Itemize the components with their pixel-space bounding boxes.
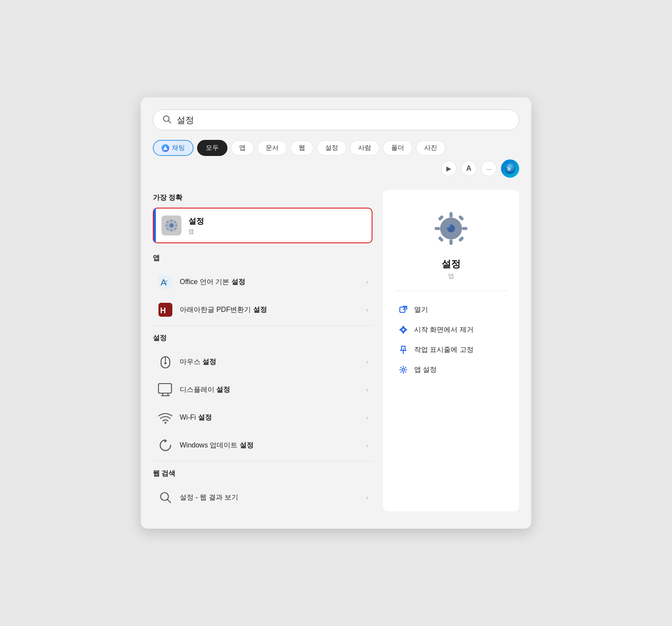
svg-point-6 — [169, 223, 174, 228]
remove-start-label: 시작 화면에서 제거 — [414, 325, 474, 335]
mouse-text: 마우스 설정 — [180, 358, 360, 367]
font-button[interactable]: A — [461, 161, 477, 176]
action-open[interactable]: 열기 — [395, 300, 507, 320]
list-item-winupdate[interactable]: Windows 업데이트 설정 › — [153, 431, 372, 459]
svg-rect-39 — [438, 236, 444, 242]
svg-rect-37 — [438, 215, 444, 221]
bing-button[interactable]: b — [501, 159, 519, 178]
best-result-label: 가장 정확 — [153, 193, 372, 202]
tab-docs[interactable]: 문서 — [257, 140, 287, 156]
tab-right-icons: ▶ A ··· b — [441, 159, 519, 178]
svg-marker-2 — [163, 146, 168, 150]
web-search-text: 설정 - 웹 결과 보기 — [180, 493, 360, 502]
svg-point-22 — [165, 362, 167, 364]
display-text: 디스플레이 설정 — [180, 385, 360, 394]
app-settings-icon — [398, 364, 409, 375]
rp-title: 설정 — [441, 258, 461, 271]
settings-gear-icon — [432, 209, 471, 250]
rp-divider — [395, 291, 507, 291]
chevron-right-icon-4: › — [366, 386, 368, 393]
list-item-hwp[interactable]: H 아래아한글 PDF변환기 설정 › — [153, 296, 372, 324]
wifi-text: Wi-Fi 설정 — [180, 413, 360, 422]
chevron-right-icon-3: › — [366, 358, 368, 365]
tab-folder[interactable]: 폴더 — [383, 140, 412, 156]
settings-app-icon — [161, 215, 181, 235]
divider-2 — [153, 461, 372, 461]
list-item-office[interactable]: A T Office 언어 기본 설정 › — [153, 268, 372, 296]
filter-tabs: 채팅 모두 앱 문서 웹 설정 사람 폴더 사진 ▶ A ··· — [153, 140, 519, 178]
settings-label: 설정 — [153, 334, 372, 343]
svg-rect-35 — [435, 227, 440, 230]
chevron-right-icon-2: › — [366, 306, 368, 313]
svg-rect-42 — [400, 307, 405, 312]
list-item-wifi[interactable]: Wi-Fi 설정 › — [153, 404, 372, 431]
chevron-right-icon: › — [366, 278, 368, 285]
settings-section: 설정 마우스 설정 › — [153, 334, 372, 459]
action-app-settings[interactable]: 앱 설정 — [395, 360, 507, 380]
pin-taskbar-label: 작업 표시줄에 고정 — [414, 345, 474, 354]
svg-marker-47 — [404, 328, 407, 331]
svg-marker-28 — [165, 439, 167, 443]
svg-text:H: H — [160, 306, 166, 315]
chat-icon — [161, 144, 169, 152]
winupdate-text: Windows 업데이트 설정 — [180, 441, 360, 450]
svg-text:b: b — [507, 166, 511, 172]
apps-label: 앱 — [153, 254, 372, 263]
pin-icon — [398, 344, 409, 355]
web-section: 웹 검색 설정 - 웹 결과 보기 › — [153, 469, 372, 511]
action-remove-start[interactable]: 시작 화면에서 제거 — [395, 320, 507, 340]
chevron-right-icon-6: › — [366, 442, 368, 449]
svg-point-27 — [165, 422, 166, 424]
svg-rect-9 — [165, 225, 168, 226]
windows-update-icon — [157, 437, 174, 454]
play-button[interactable]: ▶ — [441, 161, 457, 176]
web-search-icon — [157, 489, 174, 506]
tab-chat[interactable]: 채팅 — [153, 140, 194, 156]
list-item-display[interactable]: 디스플레이 설정 › — [153, 376, 372, 404]
svg-rect-34 — [449, 239, 452, 245]
wifi-icon — [157, 409, 174, 426]
open-label: 열기 — [414, 305, 428, 315]
search-bar — [153, 109, 519, 130]
right-panel: 설정 앱 열기 — [383, 190, 519, 511]
best-result-item[interactable]: 설정 앱 — [153, 208, 372, 243]
svg-rect-23 — [158, 384, 171, 393]
web-label: 웹 검색 — [153, 469, 372, 478]
action-pin-taskbar[interactable]: 작업 표시줄에 고정 — [395, 340, 507, 360]
remove-start-icon — [398, 324, 409, 335]
svg-rect-38 — [458, 215, 464, 221]
svg-point-41 — [447, 225, 450, 228]
svg-line-1 — [168, 121, 171, 123]
tab-settings[interactable]: 설정 — [317, 140, 346, 156]
svg-rect-8 — [171, 229, 172, 232]
left-panel: 가장 정확 — [153, 190, 383, 511]
office-text: Office 언어 기본 설정 — [180, 278, 360, 287]
search-input[interactable] — [177, 115, 510, 125]
svg-rect-7 — [171, 219, 172, 222]
tab-people[interactable]: 사람 — [350, 140, 379, 156]
svg-rect-33 — [449, 212, 452, 218]
tab-all[interactable]: 모두 — [197, 140, 227, 156]
chevron-right-icon-7: › — [366, 494, 368, 501]
search-panel: 채팅 모두 앱 문서 웹 설정 사람 폴더 사진 ▶ A ··· — [141, 97, 531, 529]
apps-section: 앱 A T Office 언어 기본 설정 › — [153, 254, 372, 324]
tab-photo[interactable]: 사진 — [416, 140, 445, 156]
more-button[interactable]: ··· — [481, 161, 497, 176]
tab-web[interactable]: 웹 — [290, 140, 313, 156]
svg-point-50 — [402, 368, 405, 371]
app-settings-label: 앱 설정 — [414, 365, 437, 374]
list-item-mouse[interactable]: 마우스 설정 › — [153, 348, 372, 376]
svg-rect-40 — [458, 236, 464, 242]
svg-text:T: T — [165, 279, 168, 286]
best-result-text: 설정 앱 — [188, 216, 204, 235]
mouse-icon — [157, 354, 174, 370]
search-bar-row — [153, 109, 519, 130]
search-icon — [162, 114, 171, 126]
content-area: 가장 정확 — [153, 190, 519, 511]
open-icon — [398, 304, 409, 315]
list-item-web-search[interactable]: 설정 - 웹 결과 보기 › — [153, 484, 372, 511]
divider-1 — [153, 325, 372, 326]
svg-marker-46 — [400, 328, 402, 331]
tab-app[interactable]: 앱 — [231, 140, 254, 156]
hwp-icon: H — [157, 301, 174, 318]
